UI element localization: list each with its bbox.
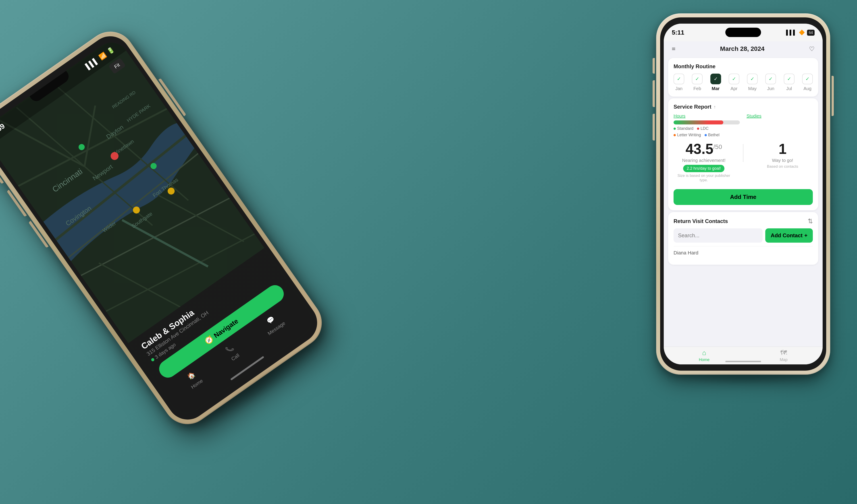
legend-dot-ldc [697, 127, 699, 130]
call-action[interactable]: 📞 Call [222, 341, 241, 363]
scene: Cincinnati Covington Newport Dayton Wine… [0, 0, 857, 504]
hours-legend: Standard LDC [674, 126, 740, 131]
month-check-apr[interactable]: ✓ [729, 74, 739, 84]
hours-goal: /50 [713, 143, 722, 150]
phone-left: Cincinnati Covington Newport Dayton Wine… [0, 22, 332, 434]
left-status-time: 2:59 [0, 122, 6, 137]
home-action[interactable]: 🏠 Home [183, 367, 204, 390]
month-jun: ✓ Jun [765, 74, 776, 91]
contact-row-diana[interactable]: Diana Hard [674, 246, 813, 259]
studies-note: Based on contacts [752, 164, 813, 169]
nav-home-label: Home [699, 358, 709, 362]
hours-value: 43.5/50 [674, 142, 734, 156]
add-time-button[interactable]: Add Time [674, 189, 813, 205]
nav-map[interactable]: 🗺 Map [780, 349, 788, 362]
legend-dot-letter [674, 134, 676, 136]
phone-right-screen: 5:11 ▌▌▌ 🔶 64 ≡ [664, 24, 823, 364]
phone-shadow-right [665, 375, 822, 384]
month-apr: ✓ Apr [729, 74, 739, 91]
right-status-icons: ▌▌▌ 🔶 64 [786, 30, 814, 36]
add-contact-icon: + [804, 232, 807, 239]
contact-name-diana: Diana Hard [674, 250, 698, 256]
hours-big-stat: 43.5/50 Nearing achievement! 2.2 hrs/day… [674, 142, 734, 183]
add-contact-label: Add Contact [771, 232, 803, 239]
legend-dot-standard [674, 127, 676, 130]
hours-legend-2: Letter Writing Bethel [674, 133, 740, 137]
navigate-icon: 🧭 [203, 334, 215, 346]
legend-bethel: Bethel [705, 133, 720, 137]
signal-icon-right: ▌▌▌ [786, 30, 796, 35]
studies-column-header: Studies [746, 114, 813, 137]
message-action[interactable]: 💬 Message [259, 310, 286, 336]
monthly-routine-title: Monthly Routine [674, 63, 813, 70]
service-report-header: Service Report ↑ [674, 104, 813, 110]
stat-divider [743, 144, 743, 162]
sort-icon[interactable]: ⇅ [808, 218, 813, 225]
month-may: ✓ May [747, 74, 758, 91]
studies-label[interactable]: Studies [746, 114, 813, 119]
hours-label[interactable]: Hours [674, 114, 740, 119]
legend-letter: Letter Writing [674, 133, 701, 137]
month-check-may[interactable]: ✓ [747, 74, 758, 84]
rv-title: Return Visit Contacts [674, 218, 728, 224]
dynamic-island [725, 28, 761, 37]
add-contact-button[interactable]: Add Contact + [765, 228, 813, 243]
heart-icon[interactable]: ♡ [809, 45, 814, 53]
signal-icon: ▌▌▌ [85, 57, 100, 70]
phone-right: 5:11 ▌▌▌ 🔶 64 ≡ [656, 13, 830, 375]
monthly-routine-card: Monthly Routine ✓ Jan ✓ Feb [668, 58, 818, 97]
legend-standard: Standard [674, 126, 693, 131]
header-date: March 28, 2024 [720, 45, 764, 52]
month-check-jun[interactable]: ✓ [765, 74, 776, 84]
month-check-jul[interactable]: ✓ [784, 74, 794, 84]
studies-sublabel: Way to go! [752, 158, 813, 163]
month-check-aug[interactable]: ✓ [802, 74, 813, 84]
service-report-title: Service Report ↑ [674, 104, 716, 110]
progress-bar-fill [674, 120, 723, 124]
progress-bar-container [674, 120, 740, 124]
month-check-mar[interactable]: ✓ [710, 74, 721, 84]
search-input[interactable] [674, 228, 762, 243]
month-jul: ✓ Jul [784, 74, 794, 91]
upload-icon[interactable]: ↑ [713, 104, 716, 109]
return-visit-card: Return Visit Contacts ⇅ Add Contact + [668, 212, 818, 265]
menu-icon[interactable]: ≡ [672, 45, 675, 53]
status-dot [151, 358, 155, 362]
phone-left-screen: Cincinnati Covington Newport Dayton Wine… [0, 36, 318, 420]
legend-ldc: LDC [697, 126, 709, 131]
phone-right-inner: 5:11 ▌▌▌ 🔶 64 ≡ [660, 17, 826, 371]
nav-map-icon: 🗺 [780, 349, 787, 357]
studies-big-stat: 1 Way to go! Based on contacts [752, 142, 813, 169]
app-header: ≡ March 28, 2024 ♡ [664, 41, 823, 56]
studies-value: 1 [752, 142, 813, 156]
battery-icon-right: 64 [807, 30, 814, 36]
phone-right-shell: 5:11 ▌▌▌ 🔶 64 ≡ [656, 13, 830, 375]
month-mar: ✓ Mar [710, 74, 721, 91]
service-report-card: Service Report ↑ Hours [668, 98, 818, 210]
month-check-feb[interactable]: ✓ [692, 74, 703, 84]
wifi-icon-right: 🔶 [799, 30, 805, 35]
month-aug: ✓ Aug [802, 74, 813, 91]
right-app-content: ≡ March 28, 2024 ♡ Monthly Routine ✓ [664, 41, 823, 347]
battery-icon: 🔋 [106, 46, 116, 55]
goal-note: Size is based on your publisher type. [674, 174, 734, 183]
stats-row: Hours Standard [674, 114, 813, 137]
nav-map-label: Map [780, 358, 788, 362]
wifi-icon: 📶 [98, 51, 107, 61]
month-feb: ✓ Feb [692, 74, 703, 91]
month-jan: ✓ Jan [674, 74, 684, 91]
hours-sublabel: Nearing achievement! [674, 158, 734, 163]
rv-header: Return Visit Contacts ⇅ [674, 218, 813, 225]
right-status-time: 5:11 [672, 29, 684, 36]
right-home-indicator [725, 361, 761, 362]
hours-column: Hours Standard [674, 114, 740, 137]
nav-home-icon: ⌂ [702, 349, 706, 357]
achievement-badge: 2.2 hrs/day to goal! [683, 165, 724, 172]
month-grid: ✓ Jan ✓ Feb ✓ Mar [674, 74, 813, 91]
big-stats-row: 43.5/50 Nearing achievement! 2.2 hrs/day… [674, 142, 813, 183]
legend-dot-bethel [705, 134, 707, 136]
month-check-jan[interactable]: ✓ [674, 74, 684, 84]
search-add-row: Add Contact + [674, 228, 813, 243]
nav-home[interactable]: ⌂ Home [699, 349, 709, 362]
